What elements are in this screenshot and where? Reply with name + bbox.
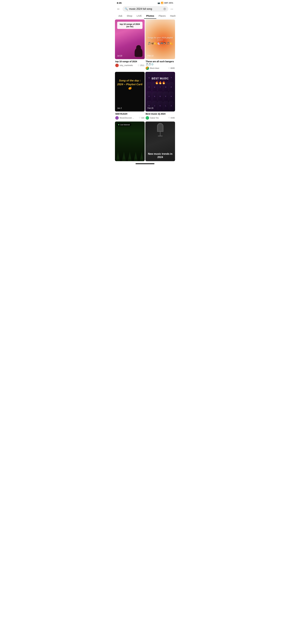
post-item-2[interactable]: Songs for your 2024 playlist >>>>> 🎵🦋💫🦄🎮…: [145, 20, 175, 71]
post-4-info: Best music dj 2024 Gabut Yes ♡ 4446: [145, 112, 175, 121]
search-icon: 🔍: [125, 8, 128, 10]
post-1-likes: ♡ 2511: [138, 64, 144, 67]
tree-1: [116, 152, 120, 161]
signal-icon: 📶: [161, 2, 164, 4]
tree-2: [122, 152, 126, 161]
post-4-title: Best music dj 2024: [146, 112, 175, 115]
post-1-author-name: toby_martiniello: [120, 64, 133, 66]
microphone-visual: [155, 123, 166, 139]
live-dot: [118, 124, 119, 125]
tabs-row: Ask Shop LIVE Photos Places Hashtags: [114, 13, 176, 19]
post-2-date: Feb 13: [148, 55, 153, 57]
post-1-date: Jul 20: [117, 55, 122, 57]
post-3-info: SEEYAAAH MusicDiscover ... ♡ 315: [115, 112, 145, 121]
thumbnail-6: New music trends in 2024: [145, 122, 175, 161]
thumbnail-5: Just listened: [115, 122, 145, 161]
post-2-author: Block blast: [146, 66, 159, 70]
post-1-meta: toby_martiniello ♡ 2511: [115, 64, 144, 67]
post-4-meta: Gabut Yes ♡ 4446: [146, 116, 175, 120]
thumbnail-6-text: New music trends in 2024: [148, 152, 173, 159]
post-1-info: top 10 songs of 2024 toby_martiniello ♡ …: [115, 59, 145, 68]
thumbnail-3-text: Song of the day : 2024 – Playboi Carti 🍊: [117, 79, 142, 90]
post-2-title: These are all such bangers 🎵🎵💿: [146, 60, 175, 66]
thumbnail-2-text: Songs for your 2024 playlist >>>>>: [148, 36, 173, 41]
thumbnail-3: Song of the day : 2024 – Playboi Carti 🍊…: [115, 72, 145, 112]
wifi-icon: WiFi: [164, 2, 168, 4]
post-3-title: SEEYAAAH: [115, 112, 144, 115]
thumbnail-4-title: BEST MUSIC: [148, 77, 173, 80]
post-4-likes-count: 4446: [170, 117, 175, 119]
post-2-avatar: [146, 66, 149, 70]
tree-4: [134, 152, 138, 161]
home-bar: [136, 163, 154, 164]
post-2-likes-count: 8695: [170, 67, 175, 69]
post-2-likes: ♡ 8695: [168, 67, 175, 70]
post-1-avatar: [115, 64, 119, 67]
thumbnail-1-label: top 10 songs of 2024 (so far): [117, 22, 142, 29]
just-listened-badge: Just listened: [116, 123, 131, 126]
heart-icon-3: ♡: [139, 117, 141, 119]
tab-places[interactable]: Places: [156, 13, 168, 19]
search-query: music 2024 full song: [129, 8, 162, 10]
thumbnail-2: Songs for your 2024 playlist >>>>> 🎵🦋💫🦄🎮…: [145, 20, 175, 59]
thumbnail-2-emojis: 🎵🦋💫🦄🎮🦅🎵💫: [148, 42, 173, 45]
post-3-author: MusicDiscover ...: [115, 116, 134, 120]
post-1-likes-count: 2511: [140, 64, 144, 66]
thumbnail-4: QWERTYUIOPASDFGHJKLZ BEST MUSIC 🔥🔥🔥 Feb …: [145, 72, 175, 112]
post-3-avatar: [115, 116, 119, 120]
post-1-author: toby_martiniello: [115, 64, 133, 67]
post-4-date: Feb 26: [148, 107, 173, 109]
heart-icon-1: ♡: [138, 64, 140, 67]
mic-stand: [160, 132, 160, 136]
home-indicator: [114, 162, 176, 165]
post-3-date: Jan 2: [117, 107, 142, 109]
status-time: 8:35: [117, 2, 122, 4]
post-3-meta: MusicDiscover ... ♡ 315: [115, 116, 144, 120]
clear-button[interactable]: ✕: [163, 8, 166, 10]
thumbnail-4-emojis: 🔥🔥🔥: [148, 81, 173, 84]
back-button[interactable]: ←: [116, 6, 121, 12]
camera-icon: 📷: [158, 2, 160, 4]
post-4-likes: ♡ 4446: [168, 117, 175, 119]
post-item-5[interactable]: Just listened: [115, 122, 145, 161]
results-grid: top 10 songs of 2024 (so far) Jul 20 top…: [114, 19, 176, 162]
forest-visual: [115, 133, 145, 161]
tree-5: [140, 152, 144, 161]
post-3-author-name: MusicDiscover ...: [120, 117, 134, 119]
heart-icon-4: ♡: [168, 117, 170, 119]
post-item-6[interactable]: New music trends in 2024: [145, 122, 175, 161]
post-4-author: Gabut Yes: [146, 116, 159, 120]
post-4-avatar: [146, 116, 149, 120]
post-4-author-name: Gabut Yes: [150, 117, 159, 119]
more-options-button[interactable]: ···: [170, 6, 174, 11]
tab-ask[interactable]: Ask: [116, 13, 124, 19]
search-bar-row: ← 🔍 music 2024 full song ✕ ···: [114, 5, 176, 13]
tab-live[interactable]: LIVE: [134, 13, 144, 19]
mic-head: [157, 123, 164, 132]
tab-photos[interactable]: Photos: [144, 13, 156, 19]
post-item-3[interactable]: Song of the day : 2024 – Playboi Carti 🍊…: [115, 72, 145, 121]
heart-icon-2: ♡: [168, 67, 170, 70]
just-listened-label: Just listened: [120, 124, 130, 126]
status-icons: 📷 📶 WiFi 85%: [158, 2, 173, 4]
thumbnail-1: top 10 songs of 2024 (so far) Jul 20: [115, 20, 145, 59]
battery-label: 85%: [169, 2, 173, 4]
tab-hashtags[interactable]: Hashtags: [168, 13, 176, 19]
tree-3: [128, 152, 132, 161]
post-1-title: top 10 songs of 2024: [115, 60, 144, 63]
status-bar: 8:35 📷 📶 WiFi 85%: [114, 0, 176, 5]
post-item-1[interactable]: top 10 songs of 2024 (so far) Jul 20 top…: [115, 20, 145, 71]
post-2-info: These are all such bangers 🎵🎵💿 Block bla…: [145, 59, 175, 71]
post-item-4[interactable]: QWERTYUIOPASDFGHJKLZ BEST MUSIC 🔥🔥🔥 Feb …: [145, 72, 175, 121]
search-box[interactable]: 🔍 music 2024 full song ✕: [122, 6, 168, 12]
post-3-likes: ♡ 315: [139, 117, 144, 119]
thumbnail-4-content: BEST MUSIC 🔥🔥🔥 Feb 26: [148, 74, 173, 109]
post-3-likes-count: 315: [141, 117, 144, 119]
post-2-author-name: Block blast: [150, 67, 159, 69]
post-2-meta: Block blast ♡ 8695: [146, 66, 175, 70]
post-1-figure: [134, 48, 142, 57]
tab-shop[interactable]: Shop: [124, 13, 134, 19]
mic-base: [158, 136, 162, 136]
tree-group: [115, 133, 145, 161]
